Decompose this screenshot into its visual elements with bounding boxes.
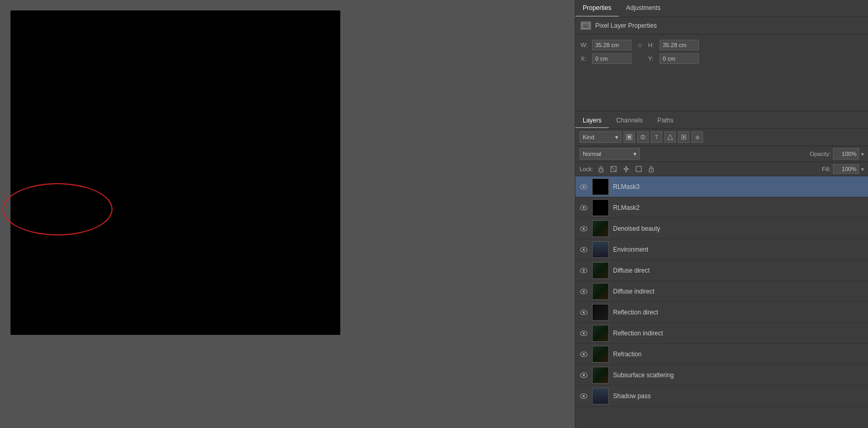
svg-marker-19 [627, 168, 629, 170]
pixel-layer-icon [581, 21, 591, 30]
kind-label: Kind [583, 134, 594, 140]
layer-name: Diffuse indirect [613, 288, 864, 295]
layer-name: Subsurface scattering [613, 371, 864, 379]
right-panel: Properties Adjustments Pixel Layer Prope… [575, 0, 868, 428]
tab-channels[interactable]: Channels [609, 114, 650, 128]
opacity-arrow[interactable]: ▾ [861, 151, 864, 157]
svg-rect-0 [582, 23, 589, 28]
props-empty [575, 69, 868, 111]
svg-rect-3 [628, 136, 631, 139]
layer-thumb [592, 262, 609, 279]
layer-row[interactable]: RLMask2 [575, 197, 868, 218]
layer-visibility-btn[interactable] [580, 183, 588, 191]
filter-type-btn[interactable]: T [651, 131, 662, 143]
svg-rect-10 [599, 170, 600, 171]
layer-visibility-btn[interactable] [580, 308, 588, 317]
lock-label: Lock: [580, 166, 593, 172]
layers-section: Layers Channels Paths Kind ▾ T [575, 111, 868, 428]
x-input[interactable] [592, 53, 631, 64]
layer-row[interactable]: Refraction [575, 344, 868, 365]
lock-position-btn[interactable] [621, 164, 631, 174]
kind-dropdown-arrow: ▾ [615, 134, 618, 141]
filter-smartobj-btn[interactable] [678, 131, 689, 143]
eye-icon [580, 184, 587, 189]
layer-row[interactable]: Denoised beauty [575, 218, 868, 239]
w-label: W: [581, 42, 588, 48]
kind-dropdown[interactable]: Kind ▾ [580, 131, 621, 143]
opacity-input[interactable] [833, 148, 859, 160]
layer-name: RLMask2 [613, 204, 864, 211]
svg-line-13 [611, 166, 616, 172]
lock-all-btn[interactable] [647, 164, 656, 174]
layer-name: Environment [613, 246, 864, 253]
layer-row[interactable]: Reflection direct [575, 302, 868, 323]
y-input[interactable] [660, 53, 699, 64]
layer-row[interactable]: Diffuse indirect [575, 281, 868, 302]
layers-tabs: Layers Channels Paths [575, 111, 868, 129]
layer-row[interactable]: Environment [575, 239, 868, 260]
main-canvas[interactable] [10, 10, 340, 335]
layer-visibility-btn[interactable] [580, 266, 588, 275]
layer-thumb-inner [593, 284, 608, 299]
layer-visibility-btn[interactable] [580, 224, 588, 233]
properties-tabs: Properties Adjustments [575, 0, 868, 17]
tab-paths[interactable]: Paths [650, 114, 681, 128]
w-input[interactable] [592, 40, 631, 50]
layer-thumb [592, 304, 609, 321]
tab-adjustments[interactable]: Adjustments [619, 0, 668, 17]
filter-more-btn[interactable]: ⊕ [692, 131, 703, 143]
eye-icon [580, 352, 587, 357]
opacity-label: Opacity: [810, 151, 831, 157]
eye-icon [580, 205, 587, 210]
layer-thumb [592, 346, 609, 363]
filter-adjustment-btn[interactable] [637, 131, 649, 143]
type-icon: T [655, 134, 658, 140]
filter-shape-btn[interactable] [664, 131, 676, 143]
layer-visibility-btn[interactable] [580, 287, 588, 296]
layer-row[interactable]: Subsurface scattering [575, 365, 868, 386]
eye-icon [580, 226, 587, 231]
layer-visibility-btn[interactable] [580, 371, 588, 379]
fill-input[interactable] [833, 164, 859, 174]
layer-thumb [592, 241, 609, 258]
blend-mode-label: Normal [583, 151, 601, 157]
layer-name: Diffuse direct [613, 267, 864, 274]
layer-thumb [592, 199, 609, 216]
width-row: W: ⊙ H: [581, 40, 863, 50]
layer-visibility-btn[interactable] [580, 392, 588, 400]
layer-row[interactable]: Diffuse direct [575, 260, 868, 281]
layer-visibility-btn[interactable] [580, 245, 588, 254]
layer-row[interactable]: RLMask3 [575, 176, 868, 197]
blend-arrow: ▾ [633, 151, 637, 157]
h-input[interactable] [660, 40, 699, 50]
svg-marker-18 [624, 168, 625, 170]
eye-icon [580, 331, 587, 336]
layer-visibility-btn[interactable] [580, 350, 588, 358]
blend-dropdown[interactable]: Normal ▾ [580, 148, 640, 160]
layer-name: Denoised beauty [613, 225, 864, 232]
layer-thumb-inner [593, 346, 608, 362]
layer-thumb-inner [593, 388, 608, 404]
layers-list[interactable]: RLMask3RLMask2Denoised beautyEnvironment… [575, 176, 868, 428]
h-label: H: [648, 42, 655, 48]
lock-transparent-btn[interactable] [596, 164, 606, 174]
tab-layers[interactable]: Layers [575, 114, 609, 128]
more-icon: ⊕ [695, 134, 699, 140]
svg-marker-17 [625, 171, 627, 172]
blend-row: Normal ▾ Opacity: ▾ [575, 146, 868, 162]
eye-icon [580, 393, 587, 399]
layer-row[interactable]: Shadow pass [575, 386, 868, 407]
layer-visibility-btn[interactable] [580, 329, 588, 337]
layer-row[interactable]: Reflection indirect [575, 323, 868, 344]
tab-properties[interactable]: Properties [575, 0, 619, 17]
svg-rect-20 [636, 166, 641, 172]
layer-thumb [592, 388, 609, 404]
layer-visibility-btn[interactable] [580, 204, 588, 212]
filter-pixel-btn[interactable] [624, 131, 635, 143]
lock-artboard-btn[interactable] [634, 164, 643, 174]
layer-name: Refraction [613, 351, 864, 358]
layer-name: Reflection direct [613, 309, 864, 316]
lock-image-btn[interactable] [609, 164, 618, 174]
layer-thumb [592, 283, 609, 300]
fill-arrow[interactable]: ▾ [861, 166, 864, 172]
